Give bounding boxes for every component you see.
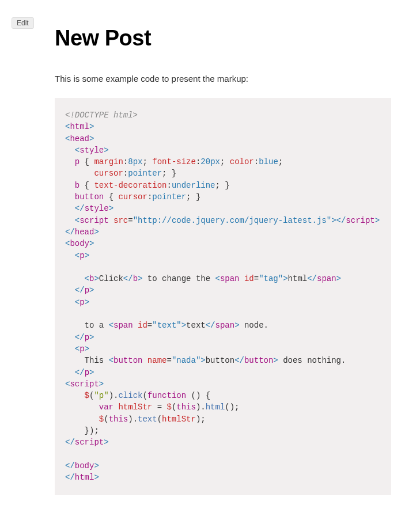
edit-button[interactable]: Edit: [12, 17, 34, 29]
page-title: New Post: [55, 26, 391, 51]
content-area: New Post This is some example code to pr…: [55, 26, 391, 505]
intro-text: This is some example code to present the…: [55, 74, 391, 83]
code-block: <!DOCTYPE html> <html> <head> <style> p …: [55, 98, 391, 495]
